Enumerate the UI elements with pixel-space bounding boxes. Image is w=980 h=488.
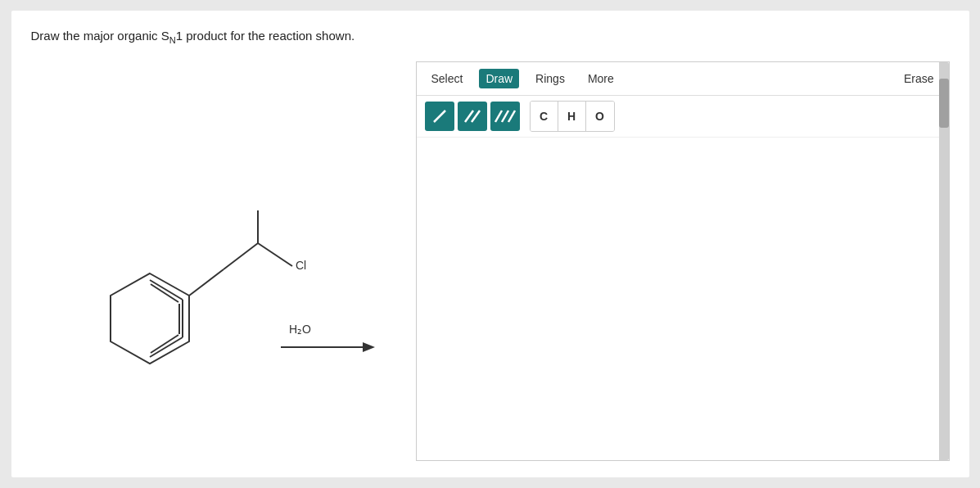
select-button[interactable]: Select bbox=[425, 69, 470, 88]
double-bond-button[interactable] bbox=[458, 102, 487, 131]
draw-button[interactable]: Draw bbox=[479, 69, 519, 88]
element-group: C H O bbox=[530, 101, 615, 132]
svg-line-18 bbox=[495, 111, 502, 122]
svg-line-7 bbox=[189, 269, 224, 296]
draw-subtoolbar: C H O bbox=[417, 96, 949, 138]
hydrogen-button[interactable]: H bbox=[558, 102, 586, 131]
molecule-svg: Cl H₂O bbox=[52, 106, 395, 417]
single-bond-button[interactable] bbox=[425, 102, 454, 131]
svg-line-9 bbox=[258, 243, 292, 266]
triple-bond-icon bbox=[495, 108, 516, 124]
scrollbar-thumb[interactable] bbox=[939, 79, 949, 128]
double-bond-icon bbox=[463, 108, 481, 124]
content-area: Cl H₂O Select Draw Rings More Erase bbox=[31, 61, 950, 461]
svg-line-15 bbox=[434, 111, 445, 122]
toolbar: Select Draw Rings More Erase bbox=[417, 62, 949, 96]
svg-marker-14 bbox=[363, 342, 375, 352]
question-text: Draw the major organic SN1 product for t… bbox=[31, 27, 950, 47]
carbon-button[interactable]: C bbox=[531, 102, 558, 131]
more-button[interactable]: More bbox=[581, 69, 621, 88]
svg-text:H₂O: H₂O bbox=[289, 323, 311, 336]
svg-line-20 bbox=[508, 111, 515, 122]
svg-line-8 bbox=[224, 243, 258, 269]
erase-button[interactable]: Erase bbox=[897, 69, 941, 88]
triple-bond-button[interactable] bbox=[490, 102, 520, 131]
single-bond-icon bbox=[431, 108, 448, 124]
svg-marker-0 bbox=[111, 273, 189, 364]
molecule-side: Cl H₂O bbox=[31, 61, 416, 461]
page-container: Draw the major organic SN1 product for t… bbox=[11, 11, 969, 477]
draw-panel: Select Draw Rings More Erase bbox=[416, 61, 950, 461]
svg-line-19 bbox=[502, 111, 508, 122]
scrollbar[interactable] bbox=[939, 62, 949, 460]
draw-canvas[interactable] bbox=[417, 138, 949, 460]
rings-button[interactable]: Rings bbox=[529, 69, 571, 88]
oxygen-button[interactable]: O bbox=[586, 102, 614, 131]
svg-text:Cl: Cl bbox=[296, 259, 306, 272]
